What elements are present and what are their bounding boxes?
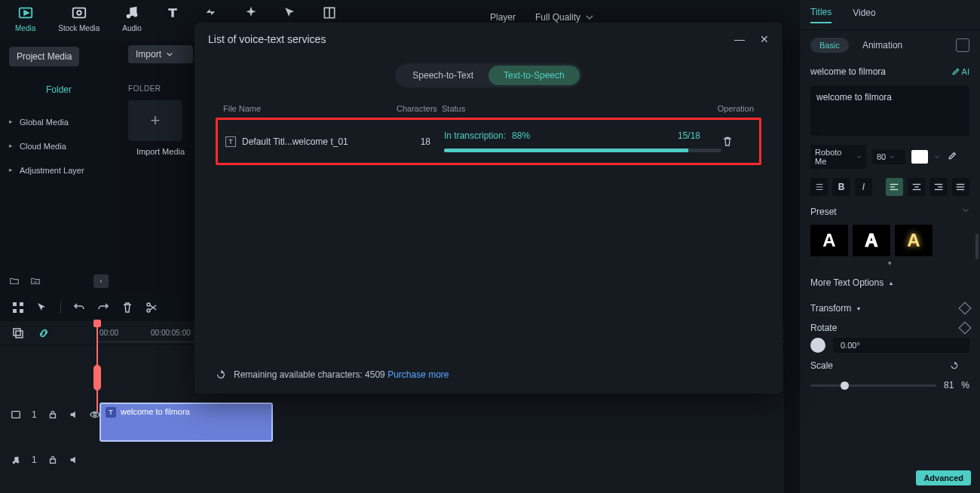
undo-icon[interactable]: [73, 302, 85, 314]
more-text-options[interactable]: More Text Options ▴: [800, 270, 980, 295]
title-textbox[interactable]: welcome to filmora: [810, 86, 969, 136]
nav-tool-fx[interactable]: [238, 5, 264, 21]
italic-button[interactable]: I: [855, 178, 872, 196]
split-icon: [321, 5, 338, 21]
project-media-tab[interactable]: Project Media: [9, 47, 79, 66]
svg-rect-24: [50, 459, 55, 463]
subtab-basic[interactable]: Basic: [810, 38, 849, 53]
align-center-button[interactable]: [908, 178, 925, 196]
color-swatch[interactable]: [911, 150, 928, 164]
text-icon: [164, 5, 181, 21]
scrubber-handle[interactable]: [93, 365, 101, 390]
chevron-down-icon[interactable]: [962, 207, 969, 214]
tab-video[interactable]: Video: [853, 8, 875, 23]
quality-select[interactable]: Full Quality: [535, 12, 594, 23]
nav-tool-mask[interactable]: [277, 5, 303, 21]
rotate-value[interactable]: 0.00°: [833, 338, 969, 353]
grid-icon[interactable]: [12, 302, 24, 314]
lock-icon[interactable]: [47, 455, 58, 465]
refresh-icon[interactable]: [216, 369, 226, 380]
chevron-down-icon[interactable]: [934, 154, 940, 160]
add-media-card[interactable]: +: [128, 100, 182, 141]
mute-icon[interactable]: [69, 409, 79, 420]
inspector-panel: Titles Video Basic Animation welcome to …: [799, 0, 980, 493]
trash-icon[interactable]: [121, 302, 133, 314]
link-icon[interactable]: [38, 327, 50, 339]
file-name: Default Titl...welcome t_01: [242, 136, 348, 147]
preset-label: Preset: [810, 207, 837, 217]
eyedropper-icon[interactable]: [946, 152, 957, 162]
line-spacing-button[interactable]: [810, 178, 828, 196]
sidebar-item-cloud-media[interactable]: Cloud Media: [9, 134, 109, 158]
modal-title: List of voice-text services: [208, 33, 326, 45]
tab-titles[interactable]: Titles: [810, 7, 831, 23]
nav-tab-media[interactable]: Media: [11, 5, 40, 32]
sidebar-item-global-media[interactable]: Global Media: [9, 110, 109, 134]
modal-segment: Speech-to-Text Text-to-Speech: [395, 63, 581, 87]
layers-icon[interactable]: [12, 327, 24, 339]
preset-card-3[interactable]: A: [895, 225, 933, 256]
subtab-animation[interactable]: Animation: [862, 40, 902, 51]
reset-scale-icon[interactable]: [950, 361, 959, 370]
nav-tool-text[interactable]: [160, 5, 185, 21]
nav-tool-split[interactable]: [317, 5, 342, 21]
status-label: In transcription:: [444, 130, 506, 141]
sidebar-item-adjustment-layer[interactable]: Adjustment Layer: [9, 158, 109, 182]
save-preset-button[interactable]: [956, 38, 969, 52]
keyframe-diamond[interactable]: [959, 302, 972, 315]
svg-point-4: [127, 14, 131, 19]
close-button[interactable]: ✕: [760, 33, 769, 45]
folder-remove-icon[interactable]: [30, 276, 41, 286]
timeline-clip[interactable]: T welcome to filmora: [100, 403, 273, 442]
nav-tab-label: Stock Media: [58, 24, 100, 32]
nav-tool-transition[interactable]: [199, 5, 225, 21]
audio-icon: [124, 5, 140, 21]
svg-marker-1: [24, 11, 29, 15]
chevron-up-icon: ▴: [890, 280, 893, 286]
eye-icon[interactable]: [90, 409, 100, 420]
folder-add-icon[interactable]: [9, 276, 20, 286]
chevron-down-icon: [856, 154, 862, 160]
import-label: Import: [136, 49, 161, 60]
redo-icon[interactable]: [97, 302, 109, 314]
mute-icon[interactable]: [69, 455, 79, 465]
scale-value[interactable]: 81: [944, 380, 954, 390]
delete-row-button[interactable]: [721, 136, 752, 148]
bold-button[interactable]: B: [832, 178, 850, 196]
keyframe-diamond[interactable]: [959, 322, 972, 335]
minimize-button[interactable]: —: [734, 33, 745, 45]
segment-stt[interactable]: Speech-to-Text: [397, 66, 488, 85]
font-family-select[interactable]: Roboto Me: [810, 145, 866, 169]
folder-tab[interactable]: Folder: [9, 80, 109, 100]
scrollbar[interactable]: [975, 234, 978, 259]
scale-slider[interactable]: [810, 384, 936, 387]
nav-tab-stock-media[interactable]: Stock Media: [54, 5, 104, 32]
media-panel: Import FOLDER + Import Media: [128, 45, 193, 156]
chevron-down-icon: [889, 154, 895, 160]
align-justify-button[interactable]: [952, 178, 969, 196]
import-button[interactable]: Import: [128, 45, 193, 63]
lock-icon[interactable]: [47, 409, 58, 420]
media-icon: [17, 5, 34, 21]
preset-card-1[interactable]: A: [810, 225, 848, 256]
col-operation: Operation: [709, 104, 754, 113]
font-size-select[interactable]: 80: [872, 149, 905, 164]
svg-point-22: [13, 461, 16, 464]
advanced-button[interactable]: Advanced: [916, 470, 971, 485]
nav-tab-audio[interactable]: Audio: [118, 5, 146, 32]
preset-card-2[interactable]: A: [853, 225, 890, 256]
transform-section[interactable]: Transform ▾: [800, 295, 980, 321]
rotate-knob[interactable]: [810, 338, 825, 353]
col-status: Status: [442, 104, 709, 113]
ai-edit-button[interactable]: AI: [951, 67, 969, 76]
pointer-icon[interactable]: [36, 302, 48, 314]
align-right-button[interactable]: [929, 178, 947, 196]
scissors-icon[interactable]: [145, 302, 158, 314]
purchase-link[interactable]: Purchase more: [387, 369, 449, 380]
segment-tts[interactable]: Text-to-Speech: [488, 66, 580, 85]
clip-title: welcome to filmora: [121, 407, 190, 416]
collapse-button[interactable]: ‹: [93, 274, 109, 288]
preset-expand[interactable]: ▾: [800, 256, 980, 270]
import-media-label: Import Media: [128, 147, 193, 156]
align-left-button[interactable]: [886, 178, 903, 196]
